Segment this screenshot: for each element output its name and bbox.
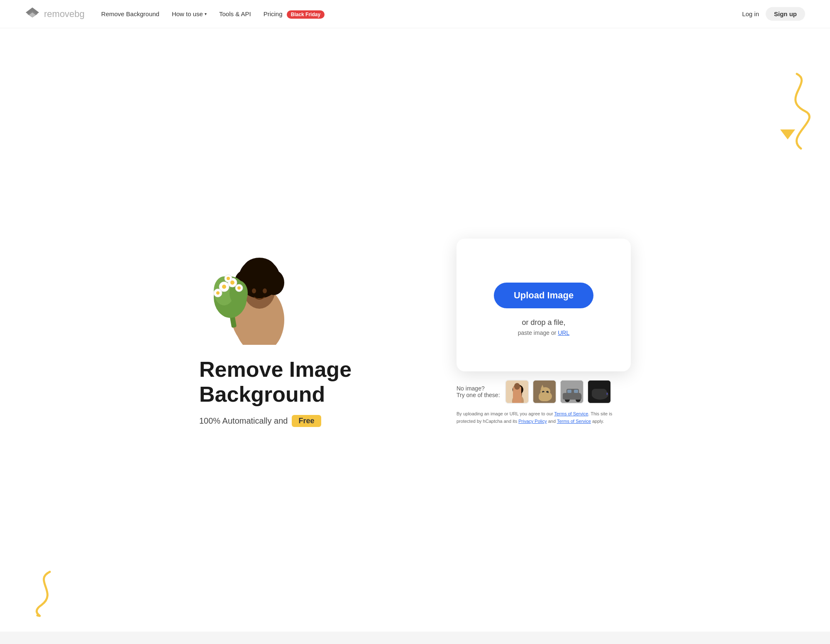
tos-link-1[interactable]: Terms of Service (554, 411, 588, 416)
tos-text: By uploading an image or URL you agree t… (456, 410, 631, 425)
nav-tools-api[interactable]: Tools & API (219, 10, 251, 17)
sample-section: No image? Try one of these: (456, 380, 631, 425)
svg-rect-31 (533, 381, 557, 404)
url-link[interactable]: URL (558, 329, 569, 336)
chevron-down-icon: ▾ (205, 12, 207, 16)
hero-left: Remove Image Background 100% Automatical… (199, 237, 423, 427)
sample-image-controller[interactable] (587, 380, 611, 404)
svg-point-41 (565, 397, 570, 402)
no-image-label: No image? Try one of these: (456, 385, 500, 398)
svg-point-26 (227, 277, 230, 280)
tos-link-3[interactable]: Terms of Service (557, 419, 591, 424)
nav-pricing[interactable]: Pricing Black Friday (264, 10, 325, 17)
nav-links: Remove Background How to use ▾ Tools & A… (101, 10, 325, 17)
svg-point-24 (237, 286, 241, 290)
logo-text: removebg (44, 9, 85, 20)
sample-image-car[interactable] (560, 380, 584, 404)
svg-point-37 (546, 391, 549, 393)
svg-point-50 (605, 393, 608, 395)
nav-left: removebg Remove Background How to use ▾ … (25, 7, 325, 22)
drop-file-text: or drop a file, (522, 318, 565, 327)
hero-section: Remove Image Background 100% Automatical… (0, 28, 830, 644)
svg-point-29 (514, 389, 522, 399)
logo-icon (25, 7, 40, 22)
svg-point-42 (576, 397, 581, 402)
signup-button[interactable]: Sign up (766, 7, 805, 21)
hero-illustration (199, 229, 315, 345)
upload-card: Upload Image or drop a file, paste image… (456, 239, 631, 371)
paste-text: paste image or URL (518, 329, 570, 336)
hero-right: Upload Image or drop a file, paste image… (456, 239, 631, 425)
svg-rect-51 (599, 392, 601, 393)
deco-squiggle-top-right (764, 70, 822, 164)
hero-image (199, 237, 423, 345)
deco-squiggle-bottom-left (25, 568, 66, 619)
sample-header: No image? Try one of these: (456, 380, 631, 404)
svg-point-22 (216, 291, 220, 295)
upload-image-button[interactable]: Upload Image (494, 283, 593, 308)
svg-rect-45 (588, 381, 611, 404)
svg-point-11 (263, 288, 267, 293)
svg-rect-43 (567, 390, 571, 393)
logo-link[interactable]: removebg (25, 7, 85, 22)
deco-triangle (780, 129, 795, 139)
bottom-bar (0, 632, 830, 644)
svg-point-49 (603, 391, 605, 393)
svg-point-32 (539, 391, 552, 401)
hero-subtitle: 100% Automatically and Free (199, 415, 423, 427)
free-badge: Free (292, 415, 321, 427)
nav-remove-background[interactable]: Remove Background (101, 10, 159, 17)
black-friday-badge: Black Friday (287, 10, 325, 19)
svg-rect-27 (506, 381, 529, 404)
svg-rect-44 (574, 390, 578, 393)
sample-image-cat[interactable] (532, 380, 557, 404)
login-link[interactable]: Log in (742, 10, 759, 17)
navigation: removebg Remove Background How to use ▾ … (0, 0, 830, 28)
svg-rect-52 (600, 391, 601, 394)
svg-point-36 (542, 391, 544, 393)
svg-point-18 (222, 285, 226, 289)
hero-title: Remove Image Background (199, 357, 423, 407)
privacy-policy-link[interactable]: Privacy Policy (518, 419, 547, 424)
sample-image-person[interactable] (505, 380, 529, 404)
svg-point-46 (592, 390, 608, 400)
svg-point-9 (243, 258, 276, 283)
nav-right: Log in Sign up (742, 7, 805, 21)
sample-images (505, 380, 611, 404)
nav-how-to-use[interactable]: How to use ▾ (172, 10, 207, 17)
svg-rect-39 (564, 394, 581, 400)
svg-point-30 (513, 385, 523, 395)
svg-point-47 (594, 390, 599, 395)
svg-point-10 (252, 288, 256, 293)
svg-point-48 (595, 392, 596, 394)
